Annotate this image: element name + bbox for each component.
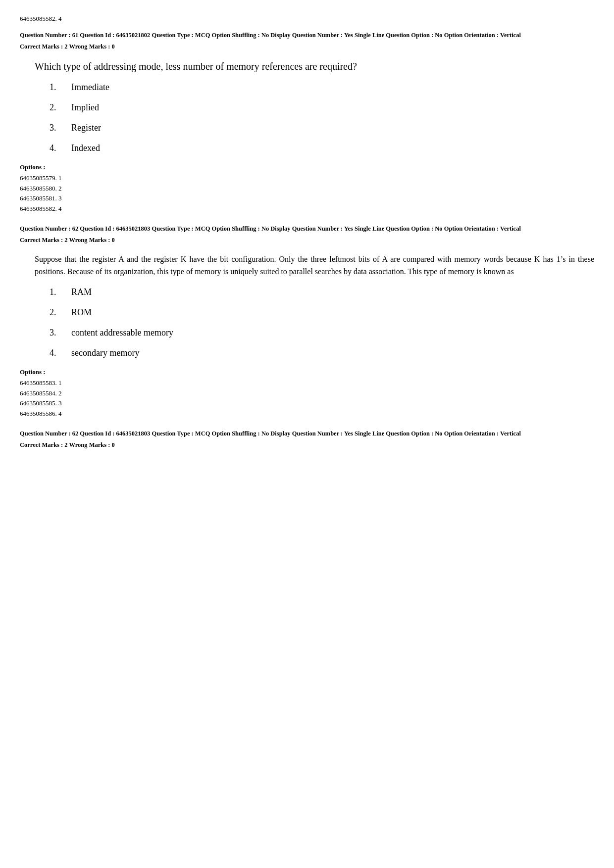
- option-num: 3.: [50, 123, 61, 133]
- option-id-line: 64635085586. 4: [20, 409, 594, 419]
- option-num: 1.: [50, 82, 61, 93]
- list-item: 4. secondary memory: [50, 348, 594, 358]
- question-62b-meta: Question Number : 62 Question Id : 64635…: [20, 429, 594, 438]
- list-item: 2. Implied: [50, 102, 594, 113]
- options-label: Options :: [20, 163, 594, 171]
- option-id-line: 64635085581. 3: [20, 193, 594, 204]
- option-num: 2.: [50, 307, 61, 318]
- question-62-option-ids: Options : 64635085583. 1 64635085584. 2 …: [20, 368, 594, 419]
- option-id-line: 64635085585. 3: [20, 398, 594, 409]
- option-id-line: 64635085584. 2: [20, 388, 594, 399]
- option-num: 4.: [50, 348, 61, 358]
- question-61-option-ids: Options : 64635085579. 1 64635085580. 2 …: [20, 163, 594, 214]
- question-61-marks: Correct Marks : 2 Wrong Marks : 0: [20, 43, 594, 50]
- option-text: Indexed: [71, 143, 100, 153]
- option-text: ROM: [71, 307, 92, 318]
- option-id-line: 64635085582. 4: [20, 204, 594, 214]
- list-item: 2. ROM: [50, 307, 594, 318]
- option-num: 2.: [50, 102, 61, 113]
- option-num: 3.: [50, 328, 61, 338]
- question-62b-marks: Correct Marks : 2 Wrong Marks : 0: [20, 441, 594, 449]
- top-question-id: 64635085582. 4: [20, 15, 594, 23]
- question-61-options-list: 1. Immediate 2. Implied 3. Register 4. I…: [50, 82, 594, 153]
- list-item: 3. Register: [50, 123, 594, 133]
- option-text: secondary memory: [71, 348, 139, 358]
- option-text: Immediate: [71, 82, 109, 93]
- option-text: content addressable memory: [71, 328, 173, 338]
- option-id-line: 64635085583. 1: [20, 378, 594, 388]
- question-62-options-list: 1. RAM 2. ROM 3. content addressable mem…: [50, 287, 594, 358]
- list-item: 3. content addressable memory: [50, 328, 594, 338]
- option-id-line: 64635085580. 2: [20, 184, 594, 194]
- list-item: 1. Immediate: [50, 82, 594, 93]
- list-item: 1. RAM: [50, 287, 594, 297]
- question-62-meta: Question Number : 62 Question Id : 64635…: [20, 224, 594, 234]
- option-text: Implied: [71, 102, 99, 113]
- question-61-text: Which type of addressing mode, less numb…: [35, 59, 594, 73]
- question-61-meta: Question Number : 61 Question Id : 64635…: [20, 31, 594, 40]
- list-item: 4. Indexed: [50, 143, 594, 153]
- option-num: 1.: [50, 287, 61, 297]
- option-num: 4.: [50, 143, 61, 153]
- question-62-marks: Correct Marks : 2 Wrong Marks : 0: [20, 237, 594, 244]
- options-label: Options :: [20, 368, 594, 376]
- question-62-text: Suppose that the register A and the regi…: [35, 253, 594, 278]
- option-id-line: 64635085579. 1: [20, 173, 594, 184]
- option-text: RAM: [71, 287, 92, 297]
- option-text: Register: [71, 123, 101, 133]
